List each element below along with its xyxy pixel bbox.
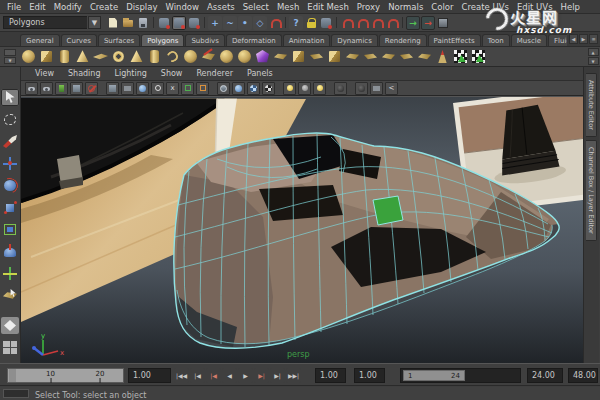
menu-mesh[interactable]: Mesh	[273, 2, 303, 12]
save-scene-icon[interactable]	[136, 16, 150, 30]
menu-set-selector[interactable]: Polygons	[3, 16, 87, 29]
shelf-scroll-down-icon[interactable]: ▼	[588, 57, 599, 65]
use-all-lights-icon[interactable]	[262, 82, 275, 95]
rotate-tool[interactable]	[1, 177, 19, 194]
separate-icon[interactable]	[308, 48, 325, 65]
panel-menu-shading[interactable]: Shading	[62, 69, 107, 78]
animation-end-field[interactable]: 48.00	[568, 368, 598, 383]
shelf-editor-icon[interactable]	[4, 49, 16, 56]
poly-cylinder-icon[interactable]	[56, 48, 73, 65]
select-camera-icon[interactable]	[25, 82, 38, 95]
move-tool[interactable]	[1, 155, 19, 172]
image-plane-icon[interactable]	[70, 82, 83, 95]
go-to-start-button[interactable]: |◀◀	[174, 368, 189, 383]
input-connections-icon[interactable]	[340, 16, 354, 30]
menu-assets[interactable]: Assets	[203, 2, 239, 12]
step-back-frame-button[interactable]: |◀	[190, 368, 205, 383]
menu-help[interactable]: Help	[557, 2, 584, 12]
menu-color[interactable]: Color	[427, 2, 457, 12]
shelf-tabs-next-icon[interactable]: ▶	[579, 34, 588, 44]
safe-title-icon[interactable]	[196, 82, 209, 95]
mirror-geometry-icon[interactable]	[272, 48, 289, 65]
lasso-select-tool[interactable]	[1, 111, 19, 128]
new-scene-icon[interactable]	[106, 16, 120, 30]
snap-to-point-icon[interactable]: •	[238, 16, 252, 30]
menu-select[interactable]: Select	[239, 2, 273, 12]
crease-tool-icon[interactable]	[254, 48, 271, 65]
construction-history-on-icon[interactable]: →	[406, 16, 420, 30]
four-pane-layout-button[interactable]	[1, 339, 19, 356]
camera-attributes-icon[interactable]	[40, 82, 53, 95]
menu-normals[interactable]: Normals	[384, 2, 427, 12]
menu-create-uvs[interactable]: Create UVs	[458, 2, 513, 12]
shelf-tab-rendering[interactable]: Rendering	[379, 34, 427, 46]
command-line[interactable]	[3, 389, 29, 398]
poly-helix-icon[interactable]	[164, 48, 181, 65]
menu-file[interactable]: File	[3, 2, 25, 12]
shelf-tab-muscle[interactable]: Muscle	[511, 34, 547, 46]
viewport[interactable]: y x persp	[21, 96, 583, 363]
film-gate-icon[interactable]	[121, 82, 134, 95]
panel-menu-lighting[interactable]: Lighting	[108, 69, 152, 78]
field-chart-icon[interactable]	[181, 82, 194, 95]
input-output-connections-icon[interactable]	[370, 16, 384, 30]
textured-lighting-icon[interactable]	[313, 82, 326, 95]
grid-toggle-icon[interactable]	[106, 82, 119, 95]
show-manipulator-tool[interactable]	[1, 265, 19, 282]
curve-to-poly-icon[interactable]	[200, 48, 217, 65]
shelf-tab-surfaces[interactable]: Surfaces	[98, 34, 140, 46]
shelf-tabs-prev-icon[interactable]: ◀	[569, 34, 578, 44]
select-hierarchy-mask-icon[interactable]	[157, 16, 171, 30]
select-component-mask-icon[interactable]	[187, 16, 201, 30]
shelf-tab-subdivs[interactable]: Subdivs	[185, 34, 225, 46]
shelf-tab-polygons[interactable]: Polygons	[141, 34, 184, 46]
menu-edit-mesh[interactable]: Edit Mesh	[303, 2, 353, 12]
smooth-mesh-icon[interactable]	[218, 48, 235, 65]
panel-menu-view[interactable]: View	[29, 69, 60, 78]
shaded-mode-icon[interactable]	[232, 82, 245, 95]
merge-vertices-icon[interactable]	[416, 48, 433, 65]
panel-menu-show[interactable]: Show	[155, 69, 189, 78]
menu-window[interactable]: Window	[161, 2, 203, 12]
animation-start-field[interactable]: 1.00	[315, 368, 346, 383]
single-pane-layout-button[interactable]	[1, 317, 19, 334]
shelf-menu-arrow-icon[interactable]: ▼	[4, 57, 16, 64]
open-render-view-icon[interactable]	[436, 16, 450, 30]
bridge-icon[interactable]	[362, 48, 379, 65]
paint-selection-tool[interactable]	[1, 133, 19, 150]
shelf-tab-general[interactable]: General	[20, 34, 60, 46]
play-backwards-button[interactable]: ◀	[222, 368, 237, 383]
default-lighting-icon[interactable]	[283, 82, 296, 95]
panel-menu-panels[interactable]: Panels	[241, 69, 279, 78]
shelf-tab-dynamics[interactable]: Dynamics	[331, 34, 378, 46]
range-slider-handle[interactable]: 1 24	[403, 370, 465, 381]
poly-pipe-icon[interactable]	[146, 48, 163, 65]
plugin-display-icon[interactable]	[370, 82, 383, 95]
shelf-tab-curves[interactable]: Curves	[61, 34, 97, 46]
shelf-scroll-up-icon[interactable]: ▲	[588, 48, 599, 56]
tab-channel-box-layer-editor[interactable]: Channel Box / Layer Editor	[586, 140, 597, 241]
transfer-maps-icon[interactable]	[452, 48, 469, 65]
poly-cone-icon[interactable]	[74, 48, 91, 65]
range-slider[interactable]: 1 24	[400, 368, 521, 383]
last-tool-used[interactable]	[1, 287, 19, 304]
shelf-tab-painteffects[interactable]: PaintEffects	[428, 34, 481, 46]
chevron-down-icon[interactable]: ▼	[88, 16, 101, 29]
sculpt-geometry-icon[interactable]	[434, 48, 451, 65]
extrude-icon[interactable]	[344, 48, 361, 65]
menu-display[interactable]: Display	[122, 2, 161, 12]
shelf-tab-fluids[interactable]: Fluids	[548, 34, 567, 46]
combine-icon[interactable]	[290, 48, 307, 65]
menu-edit-uvs[interactable]: Edit UVs	[513, 2, 557, 12]
select-object-mask-icon[interactable]	[172, 16, 186, 30]
poly-cube-icon[interactable]	[38, 48, 55, 65]
poly-plane-icon[interactable]	[92, 48, 109, 65]
transfer-attributes-icon[interactable]	[470, 48, 487, 65]
shelf-menu-icon[interactable]: ≡	[589, 34, 598, 44]
xray-mode-icon[interactable]	[355, 82, 368, 95]
go-to-end-button[interactable]: ▶▶|	[286, 368, 301, 383]
append-polygon-icon[interactable]	[380, 48, 397, 65]
shared-display-icon[interactable]: <	[385, 82, 398, 95]
highlight-selection-icon[interactable]	[319, 16, 333, 30]
universal-manipulator-tool[interactable]	[1, 221, 19, 238]
